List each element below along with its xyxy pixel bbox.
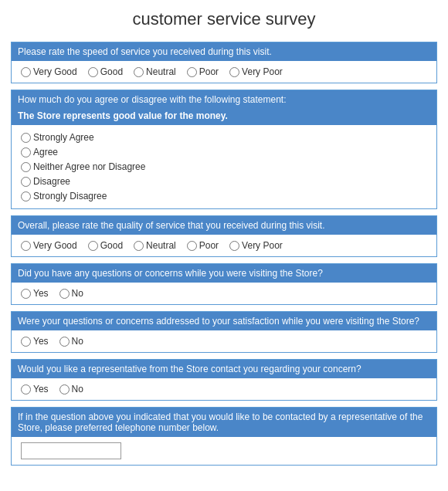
radio-item-q5-0[interactable]: Yes	[21, 336, 49, 347]
radio-input-q3-4[interactable]	[229, 241, 239, 251]
radio-input-q2-1[interactable]	[21, 147, 31, 157]
radio-row-q4: YesNo	[21, 288, 427, 299]
question-header-q5: Were your questions or concerns addresse…	[12, 312, 436, 330]
radio-input-q1-4[interactable]	[229, 67, 239, 77]
radio-input-q6-1[interactable]	[59, 384, 70, 394]
radio-input-q2-4[interactable]	[21, 191, 31, 201]
question-subheader-q2: The Store represents good value for the …	[12, 109, 436, 125]
radio-item-q1-3[interactable]: Poor	[187, 66, 219, 77]
question-header-q2: How much do you agree or disagree with t…	[12, 90, 436, 109]
radio-input-q4-0[interactable]	[21, 289, 31, 299]
radio-label-q1-0: Very Good	[33, 66, 77, 77]
radio-label-q3-4: Very Poor	[242, 240, 283, 251]
radio-input-q4-1[interactable]	[59, 289, 70, 299]
radio-input-q3-0[interactable]	[21, 241, 31, 251]
question-body-q6: YesNo	[12, 378, 436, 400]
radio-row-q6: YesNo	[21, 384, 427, 394]
radio-label-q1-4: Very Poor	[242, 66, 283, 77]
radio-input-q3-2[interactable]	[134, 241, 144, 251]
radio-input-q1-3[interactable]	[187, 67, 197, 77]
survey-page: customer service survey Please rate the …	[0, 0, 448, 481]
radio-item-q2-0[interactable]: Strongly Agree	[21, 132, 427, 143]
radio-label-q2-4: Strongly Disagree	[33, 191, 107, 201]
radio-label-q2-0: Strongly Agree	[33, 132, 94, 143]
radio-input-q2-3[interactable]	[21, 177, 31, 187]
radio-label-q1-1: Good	[100, 66, 123, 77]
question-body-q4: YesNo	[12, 283, 436, 304]
radio-label-q2-3: Disagree	[33, 176, 70, 187]
radio-label-q5-1: No	[72, 336, 83, 347]
radio-input-q1-0[interactable]	[21, 67, 31, 77]
radio-item-q3-1[interactable]: Good	[88, 240, 123, 251]
radio-item-q3-2[interactable]: Neutral	[134, 240, 176, 251]
radio-item-q2-1[interactable]: Agree	[21, 147, 427, 157]
radio-label-q5-0: Yes	[33, 336, 49, 347]
question-block-q6: Would you like a representative from the…	[11, 359, 437, 401]
question-body-q1: Very GoodGoodNeutralPoorVery Poor	[12, 61, 436, 83]
question-block-q4: Did you have any questions or concerns w…	[11, 263, 437, 305]
question-block-q1: Please rate the speed of service you rec…	[11, 42, 437, 83]
radio-label-q3-2: Neutral	[146, 240, 176, 251]
radio-input-q1-2[interactable]	[134, 67, 144, 77]
question-block-q2: How much do you agree or disagree with t…	[11, 90, 437, 209]
radio-item-q5-1[interactable]: No	[59, 336, 83, 347]
question-header-q3: Overall, please rate the quality of serv…	[12, 216, 436, 235]
question-block-q3: Overall, please rate the quality of serv…	[11, 215, 437, 257]
radio-item-q1-2[interactable]: Neutral	[134, 66, 176, 77]
radio-item-q1-0[interactable]: Very Good	[21, 66, 77, 77]
radio-label-q3-0: Very Good	[33, 240, 77, 251]
radio-row-q5: YesNo	[21, 336, 427, 347]
radio-item-q2-4[interactable]: Strongly Disagree	[21, 191, 427, 201]
question-header-q4: Did you have any questions or concerns w…	[12, 264, 436, 283]
survey-title: customer service survey	[11, 9, 437, 32]
text-input-q7[interactable]	[21, 442, 121, 459]
radio-item-q3-3[interactable]: Poor	[187, 240, 219, 251]
radio-label-q2-1: Agree	[33, 147, 58, 157]
radio-item-q1-4[interactable]: Very Poor	[229, 66, 283, 77]
question-body-q5: YesNo	[12, 330, 436, 352]
radio-label-q2-2: Neither Agree nor Disagree	[33, 161, 145, 172]
question-header-q6: Would you like a representative from the…	[12, 360, 436, 378]
radio-input-q1-1[interactable]	[88, 67, 98, 77]
radio-item-q3-4[interactable]: Very Poor	[229, 240, 283, 251]
radio-label-q1-2: Neutral	[146, 66, 176, 77]
question-body-q7	[12, 437, 436, 465]
radio-item-q3-0[interactable]: Very Good	[21, 240, 77, 251]
radio-label-q1-3: Poor	[199, 66, 219, 77]
radio-label-q6-0: Yes	[33, 384, 49, 394]
question-header-q1: Please rate the speed of service you rec…	[12, 42, 436, 61]
radio-label-q3-1: Good	[100, 240, 123, 251]
radio-label-q4-1: No	[72, 288, 83, 299]
radio-label-q4-0: Yes	[33, 288, 49, 299]
questions-container: Please rate the speed of service you rec…	[11, 42, 437, 466]
radio-item-q1-1[interactable]: Good	[88, 66, 123, 77]
radio-input-q2-0[interactable]	[21, 133, 31, 143]
radio-item-q6-0[interactable]: Yes	[21, 384, 49, 394]
radio-item-q4-1[interactable]: No	[59, 288, 83, 299]
radio-label-q3-3: Poor	[199, 240, 219, 251]
radio-input-q5-1[interactable]	[59, 337, 70, 347]
radio-item-q2-2[interactable]: Neither Agree nor Disagree	[21, 161, 427, 172]
radio-input-q3-3[interactable]	[187, 241, 197, 251]
question-header-q7: If in the question above you indicated t…	[12, 408, 436, 437]
radio-input-q5-0[interactable]	[21, 337, 31, 347]
radio-label-q6-1: No	[72, 384, 83, 394]
radio-item-q6-1[interactable]: No	[59, 384, 83, 394]
question-body-q2: Strongly AgreeAgreeNeither Agree nor Dis…	[12, 125, 436, 208]
question-block-q5: Were your questions or concerns addresse…	[11, 311, 437, 353]
radio-item-q2-3[interactable]: Disagree	[21, 176, 427, 187]
radio-col-q2: Strongly AgreeAgreeNeither Agree nor Dis…	[21, 130, 427, 203]
question-block-q7: If in the question above you indicated t…	[11, 407, 437, 466]
radio-row-q3: Very GoodGoodNeutralPoorVery Poor	[21, 240, 427, 251]
question-body-q3: Very GoodGoodNeutralPoorVery Poor	[12, 235, 436, 256]
radio-input-q2-2[interactable]	[21, 162, 31, 172]
radio-input-q3-1[interactable]	[88, 241, 98, 251]
radio-item-q4-0[interactable]: Yes	[21, 288, 49, 299]
radio-input-q6-0[interactable]	[21, 384, 31, 394]
radio-row-q1: Very GoodGoodNeutralPoorVery Poor	[21, 66, 427, 77]
